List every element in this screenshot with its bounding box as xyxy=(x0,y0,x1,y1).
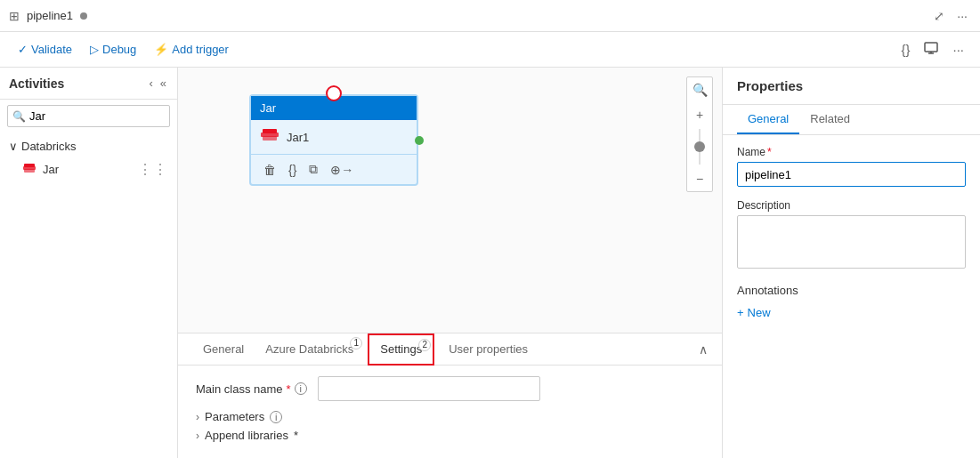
parameters-chevron-icon: › xyxy=(196,411,199,423)
properties-tab-general[interactable]: General xyxy=(737,105,799,134)
tab-settings[interactable]: Settings 2 xyxy=(368,333,434,366)
append-libraries-section[interactable]: › Append libraries * xyxy=(196,429,704,442)
monitor-icon xyxy=(924,41,938,55)
bottom-panel: General Azure Databricks 1 Settings 2 Us… xyxy=(178,333,722,458)
annotations-label: Annotations xyxy=(737,284,966,297)
azure-databricks-badge: 1 xyxy=(350,337,362,350)
search-input[interactable] xyxy=(7,105,170,127)
description-label: Description xyxy=(737,199,966,212)
code-button[interactable]: {} xyxy=(895,38,915,60)
parameters-section[interactable]: › Parameters i xyxy=(196,410,704,423)
pipeline-title: pipeline1 xyxy=(27,9,73,22)
append-libraries-required-star: * xyxy=(294,429,298,442)
name-input[interactable] xyxy=(737,162,966,187)
node-inner: Jar1 xyxy=(260,127,408,147)
jar-svg-icon xyxy=(21,162,37,178)
canvas-search-button[interactable]: 🔍 xyxy=(687,77,712,102)
unsaved-dot xyxy=(80,12,87,20)
sidebar-fold-button[interactable]: ‹ xyxy=(147,75,154,92)
sidebar-header: Activities ‹ « xyxy=(0,68,177,100)
properties-title: Properties xyxy=(737,78,966,93)
search-icon: 🔍 xyxy=(12,110,26,123)
app-logo: ⊞ xyxy=(9,9,20,23)
jar-item-label: Jar xyxy=(43,163,59,176)
node-delete-button[interactable]: 🗑 xyxy=(260,161,279,179)
node-actions: 🗑 {} ⧉ ⊕→ xyxy=(251,154,417,184)
append-libraries-chevron-icon: › xyxy=(196,430,199,442)
parameters-info-icon: i xyxy=(270,411,282,423)
databricks-group-label: Databricks xyxy=(21,140,76,153)
bottom-panel-collapse-button[interactable]: ∧ xyxy=(699,342,708,357)
properties-header: Properties xyxy=(723,68,980,105)
properties-tab-related[interactable]: Related xyxy=(799,105,861,134)
settings-badge: 2 xyxy=(418,339,431,351)
canvas-zoom-out-button[interactable]: − xyxy=(687,166,712,191)
sidebar-title: Activities xyxy=(9,76,64,91)
name-required-star: * xyxy=(767,146,772,158)
main-class-row: Main class name * i xyxy=(196,376,704,401)
node-code-button[interactable]: {} xyxy=(285,161,300,179)
node-copy-button[interactable]: ⧉ xyxy=(305,160,321,179)
node-jar-icon xyxy=(260,129,279,145)
tab-general[interactable]: General xyxy=(192,333,255,366)
name-field: Name * xyxy=(737,146,966,187)
monitor-button[interactable] xyxy=(919,37,944,61)
add-annotation-button[interactable]: + New xyxy=(737,304,771,321)
zoom-thumb xyxy=(694,141,705,152)
description-textarea[interactable] xyxy=(737,215,966,269)
main-class-info-icon: i xyxy=(295,382,307,395)
add-trigger-button[interactable]: ⚡ Add trigger xyxy=(147,39,236,60)
debug-button[interactable]: ▷ Debug xyxy=(83,39,143,60)
validate-button[interactable]: ✓ Validate xyxy=(11,39,79,60)
top-bar-right: ⤢ ··· xyxy=(930,5,971,27)
sidebar-collapse-button[interactable]: « xyxy=(158,75,168,92)
search-wrap: 🔍 xyxy=(7,105,170,127)
bottom-tabs: General Azure Databricks 1 Settings 2 Us… xyxy=(178,333,722,366)
canvas-area: Jar Jar1 🗑 {} xyxy=(178,68,722,458)
node-arrow-button[interactable]: ⊕→ xyxy=(327,161,357,179)
expand-button[interactable]: ⤢ xyxy=(930,5,948,27)
tab-azure-databricks[interactable]: Azure Databricks 1 xyxy=(255,333,364,366)
topbar-more-button[interactable]: ··· xyxy=(953,5,971,27)
toolbar: ✓ Validate ▷ Debug ⚡ Add trigger {} ··· xyxy=(0,32,980,68)
svg-rect-5 xyxy=(24,169,35,173)
databricks-group: ∨ Databricks Jar ⋮⋮ xyxy=(0,133,177,186)
validate-check-icon: ✓ xyxy=(18,43,28,56)
debug-play-icon: ▷ xyxy=(90,43,99,56)
jar-item-more[interactable]: ⋮⋮ xyxy=(138,161,168,178)
plus-icon: + xyxy=(737,306,744,319)
canvas-main[interactable]: Jar Jar1 🗑 {} xyxy=(178,68,722,333)
main-class-input[interactable] xyxy=(318,376,540,401)
svg-rect-0 xyxy=(925,43,937,52)
canvas-zoom-in-button[interactable]: + xyxy=(687,102,712,127)
jar-node-wrapper: Jar Jar1 🗑 {} xyxy=(249,94,418,186)
top-bar: ⊞ pipeline1 ⤢ ··· xyxy=(0,0,980,32)
canvas-zoom-controls: 🔍 + − xyxy=(686,76,713,192)
jar-item-left: Jar xyxy=(21,162,59,178)
jar-icon xyxy=(21,162,37,178)
svg-rect-8 xyxy=(263,136,277,141)
properties-content: Name * Description Annotations + New xyxy=(723,135,980,458)
toolbar-more-button[interactable]: ··· xyxy=(947,38,969,60)
jar-node[interactable]: Jar Jar1 🗑 {} xyxy=(249,94,418,186)
tab-user-properties[interactable]: User properties xyxy=(438,333,539,366)
main-layout: Activities ‹ « 🔍 ∨ Databricks xyxy=(0,68,980,458)
properties-panel: Properties General Related Name * Descri… xyxy=(722,68,980,458)
node-body-label: Jar1 xyxy=(287,131,309,144)
main-class-label: Main class name * i xyxy=(196,382,307,396)
trigger-icon: ⚡ xyxy=(154,43,168,56)
toolbar-right: {} ··· xyxy=(895,37,969,61)
zoom-slider[interactable] xyxy=(699,129,701,165)
name-label: Name * xyxy=(737,146,966,158)
annotations-field: Annotations + New xyxy=(737,284,966,321)
databricks-group-header[interactable]: ∨ Databricks xyxy=(0,136,177,157)
main-class-required-star: * xyxy=(287,382,291,396)
sidebar-search-area: 🔍 xyxy=(0,100,177,133)
description-field: Description xyxy=(737,199,966,271)
sidebar-item-jar[interactable]: Jar ⋮⋮ xyxy=(0,157,177,182)
top-bar-left: ⊞ pipeline1 xyxy=(9,9,87,23)
node-top-circle xyxy=(326,85,342,101)
chevron-down-icon: ∨ xyxy=(9,140,18,153)
sidebar-header-icons: ‹ « xyxy=(147,75,168,92)
node-right-connector xyxy=(415,136,424,145)
